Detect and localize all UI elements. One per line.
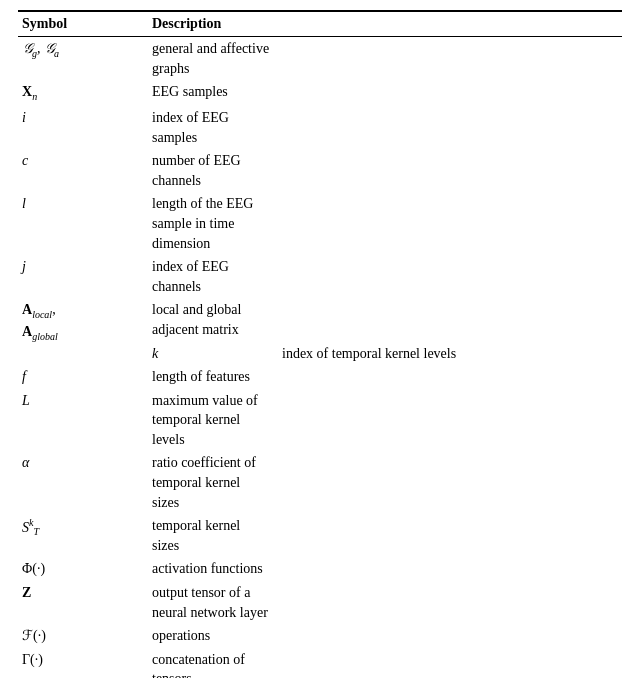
description-cell: number of EEG channels: [148, 149, 278, 192]
symbol-cell: j: [18, 255, 148, 298]
description-cell: ratio coefficient of temporal kernel siz…: [148, 451, 278, 514]
table-row: jindex of EEG channels: [18, 255, 622, 298]
symbol-cell: Γ(·): [18, 648, 148, 678]
description-cell: index of EEG channels: [148, 255, 278, 298]
table-row: iindex of EEG samples: [18, 106, 622, 149]
symbol-cell: i: [18, 106, 148, 149]
symbol-cell: L: [18, 389, 148, 452]
table-row: Alocal,Agloballocal and global adjacent …: [18, 298, 622, 341]
table-row: Γ(·)concatenation of tensors: [18, 648, 622, 678]
symbol-table: Symbol Description 𝒢g, 𝒢ageneral and aff…: [18, 10, 622, 678]
table-row: αratio coefficient of temporal kernel si…: [18, 451, 622, 514]
table-row: llength of the EEG sample in time dimens…: [18, 192, 622, 255]
description-cell: activation functions: [148, 557, 278, 581]
symbol-cell: c: [18, 149, 148, 192]
symbol-cell: Z: [18, 581, 148, 624]
symbol-table-container: Symbol Description 𝒢g, 𝒢ageneral and aff…: [18, 10, 622, 678]
table-row: Zoutput tensor of a neural network layer: [18, 581, 622, 624]
description-cell: output tensor of a neural network layer: [148, 581, 278, 624]
description-cell: length of features: [148, 365, 278, 389]
table-row: SkTtemporal kernel sizes: [18, 514, 622, 557]
description-cell: concatenation of tensors: [148, 648, 278, 678]
description-cell: EEG samples: [148, 80, 278, 106]
symbol-cell: Xn: [18, 80, 148, 106]
table-row: Lmaximum value of temporal kernel levels: [18, 389, 622, 452]
symbol-cell: k: [148, 342, 278, 366]
table-row: 𝒢g, 𝒢ageneral and affective graphs: [18, 37, 622, 81]
description-cell: index of temporal kernel levels: [278, 342, 622, 366]
header-symbol: Symbol: [18, 11, 148, 37]
table-row: flength of features: [18, 365, 622, 389]
description-cell: temporal kernel sizes: [148, 514, 278, 557]
description-cell: local and global adjacent matrix: [148, 298, 278, 341]
description-cell: maximum value of temporal kernel levels: [148, 389, 278, 452]
description-cell: operations: [148, 624, 278, 648]
symbol-cell: 𝒢g, 𝒢a: [18, 37, 148, 81]
table-row: Φ(·)activation functions: [18, 557, 622, 581]
symbol-cell: Alocal,Aglobal: [18, 298, 148, 365]
header-description: Description: [148, 11, 278, 37]
description-cell: index of EEG samples: [148, 106, 278, 149]
table-row: XnEEG samples: [18, 80, 622, 106]
symbol-cell: SkT: [18, 514, 148, 557]
symbol-cell: f: [18, 365, 148, 389]
table-row: cnumber of EEG channels: [18, 149, 622, 192]
description-cell: length of the EEG sample in time dimensi…: [148, 192, 278, 255]
symbol-cell: ℱ(·): [18, 624, 148, 648]
symbol-cell: α: [18, 451, 148, 514]
description-cell: general and affective graphs: [148, 37, 278, 81]
symbol-cell: Φ(·): [18, 557, 148, 581]
table-row: ℱ(·)operations: [18, 624, 622, 648]
table-header-row: Symbol Description: [18, 11, 622, 37]
symbol-cell: l: [18, 192, 148, 255]
